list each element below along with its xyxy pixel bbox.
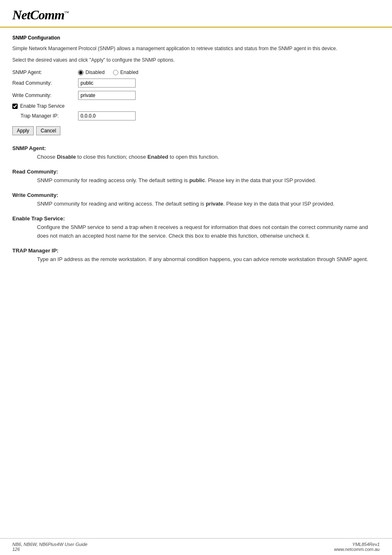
enable-trap-label: Enable Trap Service xyxy=(20,103,65,109)
logo-tm: ™ xyxy=(64,10,69,16)
help-enable-trap-text: Configure the SNMP service to send a tra… xyxy=(37,223,380,240)
enabled-radio[interactable] xyxy=(113,70,118,75)
snmp-agent-radio-group: Disabled Enabled xyxy=(78,69,138,75)
help-read-community-text: SNMP community for reading access only. … xyxy=(37,176,380,185)
footer-left: NB6, NB6W, NB6Plus4W User Guide 126 xyxy=(12,542,88,552)
logo-text: NetComm xyxy=(12,7,64,22)
help-write-community-text: SNMP community for reading and writing a… xyxy=(37,200,380,208)
enable-trap-row: Enable Trap Service xyxy=(12,103,380,109)
trap-manager-label: Trap Manager IP: xyxy=(21,113,78,119)
help-snmp-agent-heading: SNMP Agent: xyxy=(12,145,380,151)
help-trap-manager: TRAP Manager IP: Type an IP address as t… xyxy=(12,247,380,264)
help-read-community: Read Community: SNMP community for readi… xyxy=(12,169,380,185)
apply-button[interactable]: Apply xyxy=(12,126,34,135)
page-footer: NB6, NB6W, NB6Plus4W User Guide 126 YML8… xyxy=(0,538,392,555)
snmp-form: SNMP Agent: Disabled Enabled Read Commun… xyxy=(12,69,380,135)
footer-version: YML854Rev1 xyxy=(334,542,380,547)
main-content: SNMP Configuration Simple Network Manage… xyxy=(0,28,392,287)
disabled-radio[interactable] xyxy=(78,70,83,75)
help-read-community-heading: Read Community: xyxy=(12,169,380,175)
write-community-row: Write Community: xyxy=(12,91,380,100)
read-community-label: Read Community: xyxy=(12,80,78,86)
footer-guide: NB6, NB6W, NB6Plus4W User Guide xyxy=(12,542,88,547)
help-write-community-heading: Write Community: xyxy=(12,192,380,198)
snmp-agent-label: SNMP Agent: xyxy=(12,69,78,75)
disabled-label: Disabled xyxy=(85,69,105,75)
logo: NetComm™ xyxy=(12,7,380,23)
snmp-agent-row: SNMP Agent: Disabled Enabled xyxy=(12,69,380,75)
trap-manager-input[interactable] xyxy=(78,111,136,120)
write-community-input[interactable] xyxy=(78,91,136,100)
help-snmp-agent: SNMP Agent: Choose Disable to close this… xyxy=(12,145,380,161)
section-title: SNMP Configuration xyxy=(12,35,380,41)
help-write-community: Write Community: SNMP community for read… xyxy=(12,192,380,208)
cancel-button[interactable]: Cancel xyxy=(36,126,60,135)
description-2: Select the desired values and click "App… xyxy=(12,56,380,64)
button-row: Apply Cancel xyxy=(12,126,380,135)
help-trap-manager-text: Type an IP address as the remote worksta… xyxy=(37,255,380,264)
page-header: NetComm™ xyxy=(0,0,392,28)
footer-right: YML854Rev1 www.netcomm.com.au xyxy=(334,542,380,552)
help-enable-trap-heading: Enable Trap Service: xyxy=(12,215,380,222)
help-section: SNMP Agent: Choose Disable to close this… xyxy=(12,145,380,264)
footer-website: www.netcomm.com.au xyxy=(334,547,380,552)
help-trap-manager-heading: TRAP Manager IP: xyxy=(12,247,380,254)
help-enable-trap: Enable Trap Service: Configure the SNMP … xyxy=(12,215,380,240)
read-community-row: Read Community: xyxy=(12,79,380,88)
disabled-option[interactable]: Disabled xyxy=(78,69,105,75)
write-community-label: Write Community: xyxy=(12,92,78,98)
footer-page: 126 xyxy=(12,547,88,552)
help-snmp-agent-text: Choose Disable to close this function; c… xyxy=(37,153,380,161)
read-community-input[interactable] xyxy=(78,79,136,88)
description-1: Simple Network Management Protocol (SNMP… xyxy=(12,45,380,52)
enable-trap-checkbox[interactable] xyxy=(12,104,18,109)
enabled-option[interactable]: Enabled xyxy=(113,69,138,75)
enabled-label: Enabled xyxy=(120,69,138,75)
trap-manager-row: Trap Manager IP: xyxy=(21,111,380,120)
